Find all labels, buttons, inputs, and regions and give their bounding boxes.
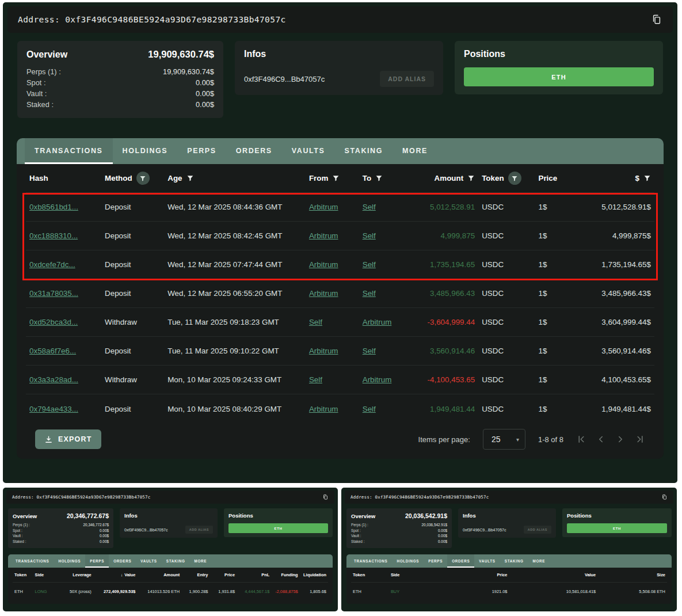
items-per-page-select[interactable]: 25 ▾ bbox=[483, 429, 525, 450]
to-link[interactable]: Self bbox=[363, 405, 376, 413]
add-alias-button[interactable]: ADD ALIAS bbox=[380, 71, 434, 87]
overview-row: Vault :0.00$ bbox=[351, 533, 447, 539]
cell-method: Deposit bbox=[105, 260, 131, 269]
to-link[interactable]: Self bbox=[363, 203, 376, 211]
overview-row: Perps (1) :20,036,542.91$ bbox=[351, 522, 447, 528]
to-link[interactable]: Arbitrum bbox=[363, 318, 392, 326]
tab-vaults[interactable]: VAULTS bbox=[474, 554, 500, 568]
items-per-page-label: Items per page: bbox=[418, 435, 470, 444]
cell-usd: 4,100,453.65$ bbox=[601, 375, 651, 384]
tab-orders[interactable]: ORDERS bbox=[226, 138, 282, 164]
overview-row-value: 20,346,772.67$ bbox=[83, 522, 109, 528]
summary-cards: Overview 20,036,542.91$ Perps (1) :20,03… bbox=[346, 508, 672, 548]
last-page-icon bbox=[635, 434, 645, 444]
copy-address-button[interactable] bbox=[651, 14, 662, 25]
tab-orders[interactable]: ORDERS bbox=[109, 554, 136, 568]
cell-price: 1$ bbox=[538, 289, 547, 298]
to-link[interactable]: Self bbox=[363, 260, 376, 269]
copy-address-button[interactable] bbox=[322, 494, 329, 500]
cell-size: 5,508.08 ETH bbox=[639, 589, 665, 594]
filter-icon[interactable] bbox=[332, 174, 340, 182]
from-link[interactable]: Arbitrum bbox=[309, 405, 338, 413]
add-alias-button[interactable]: ADD ALIAS bbox=[185, 526, 213, 534]
tab-perps[interactable]: PERPS bbox=[424, 554, 447, 568]
tab-perps[interactable]: PERPS bbox=[177, 138, 226, 164]
pagination-first-button[interactable] bbox=[576, 434, 586, 444]
hash-link[interactable]: 0xd52bca3d... bbox=[29, 318, 78, 326]
pagination-next-button[interactable] bbox=[615, 434, 626, 444]
position-eth-button[interactable]: ETH bbox=[228, 523, 328, 533]
position-eth-button[interactable]: ETH bbox=[567, 523, 667, 533]
address-text: Address: 0xf3F496C9486BE5924a93D67e98298… bbox=[18, 15, 286, 24]
from-link[interactable]: Arbitrum bbox=[309, 260, 338, 269]
hash-link[interactable]: 0xb8561bd1... bbox=[29, 203, 78, 211]
tab-more[interactable]: MORE bbox=[528, 554, 550, 568]
copy-address-button[interactable] bbox=[661, 494, 668, 500]
orders-table: TokenSidePriceValueSizeETHBUY1921.0$10,5… bbox=[351, 568, 667, 600]
overview-total: 19,909,630.74$ bbox=[148, 49, 214, 60]
address-text: Address: 0xf3F496C9486BE5924a93D67e98298… bbox=[350, 495, 489, 500]
to-link[interactable]: Self bbox=[363, 347, 376, 355]
overview-row-label: Staked : bbox=[26, 99, 54, 110]
column-label: Token bbox=[14, 572, 26, 577]
to-link[interactable]: Self bbox=[363, 231, 376, 240]
column-label: Price bbox=[497, 572, 507, 577]
filter-icon[interactable] bbox=[186, 174, 194, 182]
tab-vaults[interactable]: VAULTS bbox=[282, 138, 335, 164]
from-link[interactable]: Arbitrum bbox=[309, 289, 338, 298]
sort-desc-icon[interactable]: ↓ bbox=[121, 573, 123, 577]
hash-link[interactable]: 0xc1888310... bbox=[29, 231, 78, 240]
position-eth-button[interactable]: ETH bbox=[464, 67, 654, 86]
table-row: 0x31a78035...DepositWed, 12 Mar 2025 06:… bbox=[26, 279, 654, 308]
table-header-row: TokenSideLeverage↓ValueAmountEntryPriceP… bbox=[13, 568, 328, 583]
tab-holdings[interactable]: HOLDINGS bbox=[54, 554, 85, 568]
filter-icon[interactable] bbox=[508, 172, 521, 185]
orders-table-wrap: TokenSidePriceValueSizeETHBUY1921.0$10,5… bbox=[346, 568, 672, 604]
tab-perps[interactable]: PERPS bbox=[85, 554, 109, 568]
column-label: Funding bbox=[281, 572, 298, 577]
filter-icon[interactable] bbox=[136, 172, 150, 185]
tab-vaults[interactable]: VAULTS bbox=[136, 554, 161, 568]
filter-icon[interactable] bbox=[375, 174, 383, 182]
tab-staking[interactable]: STAKING bbox=[500, 554, 528, 568]
tab-more[interactable]: MORE bbox=[190, 554, 212, 568]
overview-total: 20,346,772.67$ bbox=[67, 512, 109, 519]
to-link[interactable]: Self bbox=[363, 289, 376, 298]
add-alias-button[interactable]: ADD ALIAS bbox=[524, 526, 551, 534]
hash-link[interactable]: 0xdcefe7dc... bbox=[29, 260, 75, 269]
hash-link[interactable]: 0x794ae433... bbox=[29, 405, 78, 413]
tab-holdings[interactable]: HOLDINGS bbox=[392, 554, 424, 568]
export-button[interactable]: EXPORT bbox=[35, 429, 101, 449]
hash-link[interactable]: 0x58a6f7e6... bbox=[29, 347, 76, 355]
tab-transactions[interactable]: TRANSACTIONS bbox=[25, 138, 113, 164]
address-text: Address: 0xf3F496C9486BE5924a93D67e98298… bbox=[12, 495, 151, 500]
cell-entry: 1,900.28$ bbox=[189, 589, 208, 594]
overview-row-value: 19,909,630.74$ bbox=[163, 66, 214, 77]
from-link[interactable]: Arbitrum bbox=[309, 347, 338, 355]
filter-icon[interactable] bbox=[467, 174, 475, 182]
from-link[interactable]: Self bbox=[309, 318, 322, 326]
to-link[interactable]: Arbitrum bbox=[363, 375, 392, 384]
hash-link[interactable]: 0x3a3a28ad... bbox=[29, 375, 78, 384]
tab-transactions[interactable]: TRANSACTIONS bbox=[349, 554, 392, 568]
tab-transactions[interactable]: TRANSACTIONS bbox=[11, 554, 54, 568]
from-link[interactable]: Arbitrum bbox=[309, 203, 338, 211]
overview-row-label: Staked : bbox=[13, 539, 26, 545]
from-link[interactable]: Arbitrum bbox=[309, 231, 338, 240]
pagination-prev-button[interactable] bbox=[596, 434, 606, 444]
tab-orders[interactable]: ORDERS bbox=[447, 554, 474, 568]
tab-staking[interactable]: STAKING bbox=[162, 554, 190, 568]
column-label: To bbox=[363, 174, 371, 182]
perps-table: TokenSideLeverage↓ValueAmountEntryPriceP… bbox=[13, 568, 328, 600]
pagination-last-button[interactable] bbox=[635, 434, 645, 444]
cell-price: 1$ bbox=[538, 375, 547, 384]
column-label: Side bbox=[391, 572, 400, 577]
hash-link[interactable]: 0x31a78035... bbox=[29, 289, 78, 298]
address-bar: Address: 0xf3F496C9486BE5924a93D67e98298… bbox=[6, 490, 334, 504]
cell-token: USDC bbox=[482, 203, 504, 211]
tab-more[interactable]: MORE bbox=[393, 138, 437, 164]
filter-icon[interactable] bbox=[643, 174, 651, 182]
tab-holdings[interactable]: HOLDINGS bbox=[113, 138, 178, 164]
tab-staking[interactable]: STAKING bbox=[335, 138, 393, 164]
from-link[interactable]: Self bbox=[309, 375, 322, 384]
